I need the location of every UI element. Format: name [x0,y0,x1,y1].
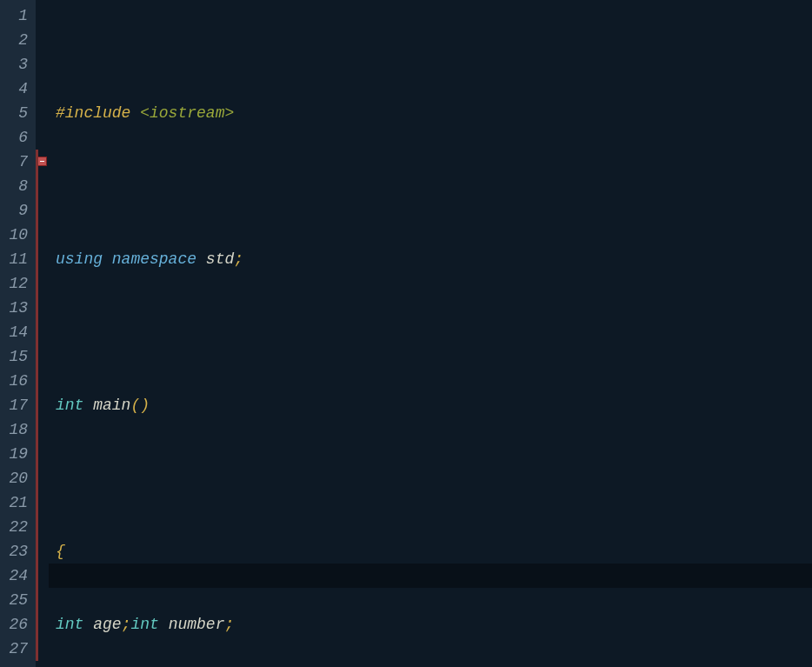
line-number: 3 [3,52,28,77]
punct-token: ; [224,616,234,633]
keyword-token: namespace [112,250,206,268]
code-line [56,466,812,490]
line-number: 22 [3,515,28,539]
line-number: 15 [3,344,28,369]
code-line [56,174,812,198]
type-token: int [56,397,93,414]
line-number: 4 [3,77,28,101]
line-number: 14 [3,320,28,344]
fold-marker-icon[interactable] [37,157,47,166]
keyword-token: using [56,250,112,268]
identifier-token: std [206,250,234,268]
line-number: 7 [3,150,28,174]
include-header: <iostream> [140,104,234,122]
line-number: 25 [3,588,28,612]
line-number: 21 [3,490,28,515]
line-number: 6 [3,125,28,150]
line-number: 17 [3,393,28,417]
punct-token: ; [234,250,243,268]
line-number: 20 [3,466,28,490]
change-indicator [36,150,38,661]
line-number: 24 [3,564,28,588]
code-line [56,320,812,344]
line-number: 27 [3,637,28,661]
line-number: 9 [3,198,28,223]
code-editor: 1234567891011121314151617181920212223242… [0,0,812,667]
line-number: 18 [3,417,28,442]
line-number: 12 [3,271,28,296]
punct-token: () [130,397,150,414]
identifier-token: number [169,616,225,633]
punct-token: ; [122,616,131,633]
brace-token: { [56,543,65,560]
identifier-token: age [93,616,121,633]
line-number-gutter: 1234567891011121314151617181920212223242… [0,0,35,667]
code-line: using namespace std; [56,247,812,271]
line-number: 5 [3,101,28,125]
fold-column [35,0,49,667]
type-token: int [130,616,168,633]
code-line: #include <iostream> [56,101,812,125]
line-number: 8 [3,174,28,198]
code-line: int main() [56,393,812,417]
line-number: 13 [3,296,28,320]
line-number: 10 [3,223,28,247]
code-line: { [56,539,812,564]
line-number: 2 [3,28,28,52]
line-number: 23 [3,539,28,564]
line-number: 26 [3,612,28,637]
function-token: main [93,397,130,414]
code-line: int age;int number; [56,612,812,637]
current-line-highlight [49,564,812,588]
preprocessor-token: #include [56,104,140,122]
line-number: 16 [3,369,28,393]
line-number: 1 [3,3,28,28]
code-area[interactable]: #include <iostream> using namespace std;… [49,0,812,667]
line-number: 11 [3,247,28,271]
type-token: int [56,616,93,633]
line-number: 19 [3,442,28,466]
